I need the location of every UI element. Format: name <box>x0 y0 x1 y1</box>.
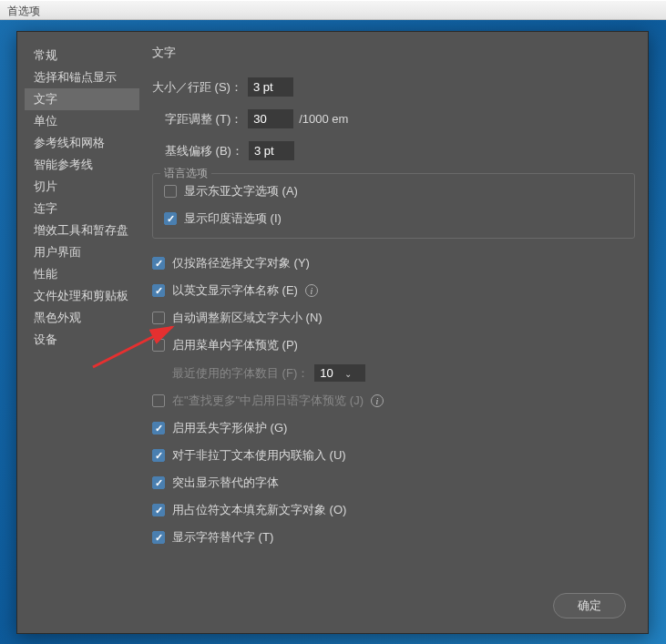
input-size-leading[interactable] <box>248 77 293 97</box>
sidebar-item-guides[interactable]: 参考线和网格 <box>25 132 139 154</box>
sidebar-item-type[interactable]: 文字 <box>25 88 139 110</box>
label-jp-preview: 在"查找更多"中启用日语字体预览 (J) <box>172 393 364 409</box>
row-auto-resize: 自动调整新区域文字大小 (N) <box>152 310 635 326</box>
label-path-only: 仅按路径选择文字对象 (Y) <box>172 255 310 271</box>
label-show-alt-glyphs: 显示字符替代字 (T) <box>172 529 273 546</box>
row-jp-preview: 在"查找更多"中启用日语字体预览 (J) i <box>152 393 635 409</box>
checkbox-missing-glyph[interactable] <box>152 422 165 434</box>
label-recent-fonts: 最近使用的字体数目 (F)： <box>172 365 309 382</box>
label-east-asian: 显示东亚文字选项 (A) <box>184 183 298 199</box>
window-title: 首选项 <box>7 5 40 17</box>
sidebar-item-slices[interactable]: 切片 <box>25 176 139 198</box>
row-placeholder-fill: 用占位符文本填充新文字对象 (O) <box>152 502 635 518</box>
row-inline-input: 对于非拉丁文本使用内联输入 (U) <box>152 447 635 464</box>
label-baseline: 基线偏移 (B)： <box>165 143 243 159</box>
sidebar-item-units[interactable]: 单位 <box>25 110 139 132</box>
row-indic: 显示印度语选项 (I) <box>164 210 623 227</box>
label-missing-glyph: 启用丢失字形保护 (G) <box>172 420 287 436</box>
row-baseline: 基线偏移 (B)： <box>152 141 635 160</box>
ok-button[interactable]: 确定 <box>553 593 626 618</box>
label-auto-resize: 自动调整新区域文字大小 (N) <box>172 310 323 326</box>
checkbox-english-names[interactable] <box>152 284 165 297</box>
label-english-names: 以英文显示字体名称 (E) <box>172 282 298 299</box>
sidebar: 常规 选择和锚点显示 文字 单位 参考线和网格 智能参考线 切片 连字 增效工具… <box>25 45 139 351</box>
input-tracking[interactable] <box>248 109 293 128</box>
sidebar-item-ui[interactable]: 用户界面 <box>25 241 139 263</box>
sidebar-item-devices[interactable]: 设备 <box>25 329 139 351</box>
checkbox-show-alt-glyphs[interactable] <box>152 531 165 544</box>
row-recent-fonts: 最近使用的字体数目 (F)： 10⌄ <box>152 364 635 382</box>
row-east-asian: 显示东亚文字选项 (A) <box>164 183 623 199</box>
sidebar-item-hyphenation[interactable]: 连字 <box>25 198 139 220</box>
row-path-only: 仅按路径选择文字对象 (Y) <box>152 255 635 271</box>
row-tracking: 字距调整 (T)： /1000 em <box>152 109 635 128</box>
row-missing-glyph: 启用丢失字形保护 (G) <box>152 420 635 436</box>
label-tracking: 字距调整 (T)： <box>165 111 242 128</box>
checkbox-jp-preview[interactable] <box>152 394 165 407</box>
content-panel: 文字 大小／行距 (S)： 字距调整 (T)： /1000 em 基线偏移 (B… <box>152 45 635 557</box>
checkbox-inline-input[interactable] <box>152 449 165 462</box>
label-highlight-alt: 突出显示替代的字体 <box>172 475 279 491</box>
language-options-section: 语言选项 显示东亚文字选项 (A) 显示印度语选项 (I) <box>152 173 635 239</box>
sidebar-item-smart-guides[interactable]: 智能参考线 <box>25 154 139 176</box>
checkbox-menu-preview[interactable] <box>152 339 165 352</box>
checkbox-indic[interactable] <box>164 212 177 225</box>
row-english-names: 以英文显示字体名称 (E) i <box>152 282 635 299</box>
info-icon[interactable]: i <box>371 394 384 407</box>
row-menu-preview: 启用菜单内字体预览 (P) <box>152 337 635 353</box>
row-highlight-alt: 突出显示替代的字体 <box>152 475 635 491</box>
button-bar: 确定 <box>553 593 626 618</box>
panel-title: 文字 <box>152 45 635 61</box>
checkbox-east-asian[interactable] <box>164 185 177 198</box>
checkbox-placeholder-fill[interactable] <box>152 504 165 516</box>
label-inline-input: 对于非拉丁文本使用内联输入 (U) <box>172 447 346 464</box>
sidebar-item-file-clipboard[interactable]: 文件处理和剪贴板 <box>25 285 139 307</box>
checkbox-auto-resize[interactable] <box>152 312 165 324</box>
checkbox-path-only[interactable] <box>152 257 165 270</box>
checkbox-highlight-alt[interactable] <box>152 476 165 489</box>
titlebar: 首选项 <box>0 0 666 20</box>
sidebar-item-plugins[interactable]: 增效工具和暂存盘 <box>25 220 139 241</box>
sidebar-item-black-appearance[interactable]: 黑色外观 <box>25 307 139 329</box>
chevron-down-icon: ⌄ <box>344 369 352 379</box>
row-show-alt-glyphs: 显示字符替代字 (T) <box>152 529 635 546</box>
label-menu-preview: 启用菜单内字体预览 (P) <box>172 337 298 353</box>
label-placeholder-fill: 用占位符文本填充新文字对象 (O) <box>172 502 346 518</box>
select-recent-fonts[interactable]: 10⌄ <box>314 364 365 382</box>
input-baseline[interactable] <box>249 141 294 160</box>
language-options-title: 语言选项 <box>160 166 211 181</box>
label-size-leading: 大小／行距 (S)： <box>152 79 242 96</box>
sidebar-item-performance[interactable]: 性能 <box>25 263 139 285</box>
row-size-leading: 大小／行距 (S)： <box>152 77 635 97</box>
sidebar-item-general[interactable]: 常规 <box>25 45 139 66</box>
unit-tracking: /1000 em <box>299 112 348 126</box>
info-icon[interactable]: i <box>305 284 318 297</box>
label-indic: 显示印度语选项 (I) <box>184 210 282 227</box>
preferences-dialog: 常规 选择和锚点显示 文字 单位 参考线和网格 智能参考线 切片 连字 增效工具… <box>16 31 649 634</box>
sidebar-item-selection[interactable]: 选择和锚点显示 <box>25 66 139 88</box>
